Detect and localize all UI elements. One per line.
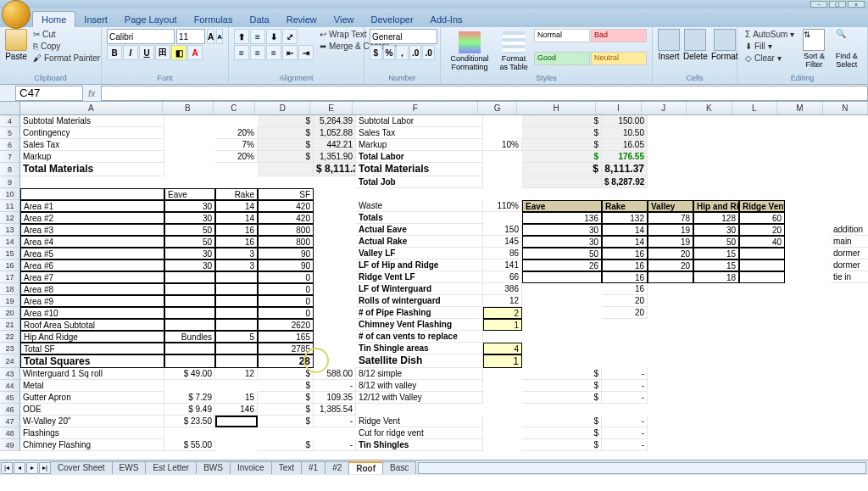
fill-color-button[interactable]: ◧ — [171, 45, 186, 60]
column-header[interactable]: C — [214, 102, 256, 114]
find-select-button[interactable]: Find & Select — [832, 52, 862, 69]
cell[interactable]: $ — [522, 392, 602, 404]
row-header[interactable]: 9 — [0, 176, 19, 188]
format-as-table-button[interactable]: Format as Table — [497, 54, 531, 71]
cell[interactable]: 109.35 — [314, 392, 356, 404]
cell[interactable]: Markup — [356, 139, 483, 151]
orientation-button[interactable]: ⤢ — [282, 29, 298, 44]
sort-filter-button[interactable]: Sort & Filter — [800, 52, 827, 69]
cell[interactable] — [215, 295, 258, 307]
cell[interactable]: $ 8,287.92 — [602, 176, 648, 188]
italic-button[interactable]: I — [123, 45, 138, 60]
cell[interactable]: Flashings — [20, 427, 164, 439]
cell[interactable] — [215, 307, 258, 319]
cell[interactable]: 2785 — [258, 343, 314, 354]
cell[interactable] — [522, 176, 602, 188]
cell[interactable] — [164, 295, 215, 307]
cell[interactable]: $ — [258, 151, 314, 163]
cell[interactable]: $ — [522, 368, 602, 380]
column-header[interactable]: I — [596, 102, 641, 114]
column-header[interactable]: L — [732, 102, 777, 114]
ribbon-tab-home[interactable]: Home — [32, 11, 75, 27]
cell[interactable]: 30 — [693, 224, 739, 236]
cell[interactable]: Area #3 — [20, 224, 164, 236]
cell[interactable]: 18 — [693, 271, 739, 283]
cell[interactable]: Rake — [602, 200, 648, 212]
cell[interactable]: 20% — [215, 151, 258, 163]
align-middle-button[interactable]: ≡ — [250, 29, 265, 44]
cell[interactable]: LF of Hip and Ridge — [356, 259, 483, 271]
cell[interactable] — [215, 354, 258, 368]
cell[interactable] — [164, 271, 215, 283]
cell[interactable]: 132 — [602, 212, 648, 224]
cell[interactable]: - — [314, 416, 356, 427]
cell[interactable]: 15 — [693, 248, 739, 259]
cell[interactable]: LF of Winterguard — [356, 283, 483, 295]
cell[interactable]: Sales Tax — [20, 139, 164, 151]
cell[interactable]: 2 — [483, 307, 522, 319]
style-good[interactable]: Good — [534, 52, 590, 65]
ribbon-tab-formulas[interactable]: Formulas — [186, 12, 242, 27]
cell[interactable]: Cut for ridge vent — [356, 427, 483, 439]
spreadsheet-grid[interactable]: ABCDEFGHIJKLMN 4567891011121314151617181… — [0, 102, 868, 475]
row-header[interactable]: 16 — [0, 259, 19, 271]
cell[interactable]: Ridge Vent LF — [356, 271, 483, 283]
name-box[interactable] — [15, 86, 83, 101]
row-header[interactable]: 44 — [0, 380, 19, 392]
cell[interactable]: addition — [831, 224, 868, 236]
row-header[interactable]: 15 — [0, 248, 19, 259]
comma-button[interactable]: , — [396, 45, 409, 60]
cell[interactable]: 14 — [215, 200, 258, 212]
cell[interactable] — [215, 283, 258, 295]
cell[interactable]: 0 — [258, 307, 314, 319]
cell[interactable]: 0 — [258, 271, 314, 283]
cell[interactable]: - — [602, 439, 648, 451]
column-header[interactable]: D — [255, 102, 310, 114]
column-header[interactable]: E — [310, 102, 353, 114]
cell[interactable]: 146 — [215, 404, 258, 416]
cell[interactable]: Roof Area Subtotal — [20, 319, 164, 331]
cell[interactable]: 60 — [739, 212, 785, 224]
cell[interactable]: Total Labor — [356, 151, 483, 163]
cell[interactable]: 50 — [522, 248, 602, 259]
row-header[interactable]: 19 — [0, 295, 19, 307]
row-header[interactable]: 48 — [0, 427, 19, 439]
cell[interactable]: Bundles — [164, 331, 215, 343]
decrease-font-button[interactable]: A — [216, 29, 223, 44]
cell[interactable]: 12/12 with Valley — [356, 392, 483, 404]
cell[interactable]: $ — [258, 139, 314, 151]
cell[interactable]: Subtotal Labor — [356, 115, 483, 127]
cell[interactable]: 10.50 — [602, 127, 648, 139]
align-top-button[interactable]: ⬆ — [234, 29, 249, 44]
cell[interactable]: ODE — [20, 404, 164, 416]
cell[interactable]: 3 — [215, 248, 258, 259]
cell[interactable]: 20 — [648, 259, 693, 271]
decrease-decimal-button[interactable]: .0 — [422, 45, 435, 60]
number-format-combo[interactable] — [370, 29, 437, 44]
cell[interactable]: main — [831, 236, 868, 248]
sheet-tab[interactable]: Basc — [382, 461, 416, 474]
cell[interactable]: Tin Shingle areas — [356, 343, 483, 354]
cell[interactable]: tie in — [831, 271, 868, 283]
cell[interactable]: 442.21 — [314, 139, 356, 151]
cell[interactable]: - — [314, 439, 356, 451]
cell[interactable]: 5 — [215, 331, 258, 343]
fill-button[interactable]: ⬇ Fill ▾ — [743, 41, 797, 52]
row-header[interactable]: 45 — [0, 392, 19, 404]
copy-button[interactable]: ⎘Copy — [31, 41, 103, 52]
cell[interactable]: Hip And Ridge — [20, 331, 164, 343]
sheet-tab[interactable]: Est Letter — [145, 461, 197, 474]
cell[interactable]: Eave — [522, 200, 602, 212]
style-bad[interactable]: Bad — [591, 29, 647, 42]
cell[interactable]: $ — [522, 115, 602, 127]
ribbon-tab-page-layout[interactable]: Page Layout — [116, 12, 186, 27]
cell[interactable]: Hip and Ridge — [693, 200, 739, 212]
cell[interactable]: 8/12 simple — [356, 368, 483, 380]
insert-cells-button[interactable]: Insert — [658, 52, 679, 61]
cell[interactable]: Chimney Vent Flashing — [356, 319, 483, 331]
cell[interactable]: 78 — [648, 212, 693, 224]
cell[interactable]: $ 8,111.37 — [314, 163, 356, 176]
cell[interactable]: W-Valley 20" — [20, 416, 164, 427]
cell[interactable]: 10% — [483, 139, 522, 151]
fx-icon[interactable]: fx — [83, 88, 101, 98]
